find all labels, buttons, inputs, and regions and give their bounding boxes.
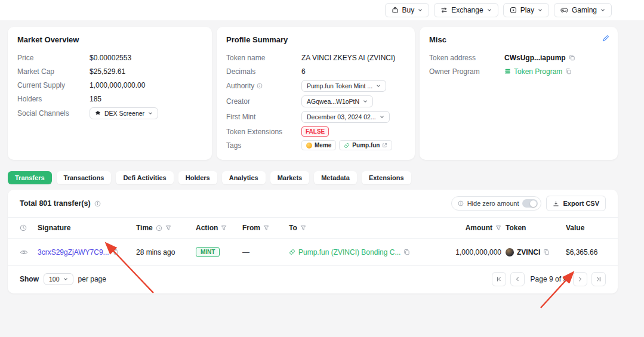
first-mint-dropdown[interactable]: December 03, 2024 02... (301, 111, 390, 123)
to-cell: Pump.fun (ZVINCI) Bonding C... (289, 248, 439, 256)
gaming-icon (560, 7, 568, 14)
exchange-menu-button[interactable]: Exchange (434, 3, 498, 17)
misc-card: Misc Token address CWsUgp...iapump Owner… (420, 27, 618, 160)
tab-markets[interactable]: Markets (270, 171, 310, 184)
first-mint-label: First Mint (226, 113, 301, 121)
current-supply-value: 1,000,000,000.00 (90, 81, 145, 89)
tab-extensions[interactable]: Extensions (362, 171, 411, 184)
token-extensions-label: Token Extensions (226, 128, 301, 136)
next-page-button[interactable] (573, 272, 587, 286)
clock-icon[interactable] (156, 225, 162, 231)
export-csv-button[interactable]: Export CSV (546, 196, 606, 211)
eye-icon[interactable] (20, 249, 28, 255)
play-menu-button[interactable]: Play (503, 3, 549, 17)
decimals-row: Decimals 6 (226, 66, 405, 76)
current-supply-row: Current Supply 1,000,000,000.00 (17, 80, 202, 90)
transfers-header-actions: Hide zero amount Export CSV (451, 196, 606, 211)
filter-icon[interactable] (165, 225, 171, 231)
prev-page-button[interactable] (510, 272, 525, 286)
dex-screener-icon (95, 110, 101, 116)
to-account-link[interactable]: Pump.fun (ZVINCI) Bonding C... (289, 248, 400, 256)
copy-owner-program-button[interactable] (565, 68, 572, 75)
copy-token-address-button[interactable] (569, 54, 575, 61)
token-explorer-page: Buy Exchange Play Gaming Market Overview… (0, 0, 644, 293)
table-row: 3crxS29gZjAWY7C9... 28 mins ago MINT — P… (8, 238, 618, 266)
last-page-button[interactable] (591, 272, 606, 286)
buy-menu-label: Buy (402, 6, 415, 14)
token-cell: ZVINCI (501, 248, 566, 256)
value-cell: $6,365.66 (566, 248, 606, 256)
filter-icon[interactable] (221, 225, 227, 231)
authority-label-text: Authority (226, 82, 254, 90)
misc-title: Misc (429, 35, 608, 44)
tag-pumpfun-label: Pump.fun (352, 142, 380, 149)
page-size-value: 100 (49, 276, 60, 283)
info-icon[interactable] (257, 83, 263, 89)
tab-transactions[interactable]: Transactions (57, 171, 112, 184)
copy-token-button[interactable] (543, 249, 550, 255)
token-program-icon (504, 68, 511, 75)
filter-icon[interactable] (263, 225, 269, 231)
page-info: Page 9 of 9 (531, 275, 567, 283)
section-tabs: Transfers Transactions Defi Activities H… (8, 171, 636, 184)
profile-summary-card: Profile Summary Token name ZA VINCI ZKEY… (217, 27, 415, 160)
holders-row: Holders 185 (17, 94, 202, 104)
page-size-dropdown[interactable]: 100 (44, 273, 73, 285)
tab-holders[interactable]: Holders (178, 171, 217, 184)
dex-screener-label: DEX Screener (104, 110, 144, 117)
filter-icon[interactable] (300, 225, 306, 231)
tag-pumpfun[interactable]: Pump.fun (339, 140, 392, 150)
dex-screener-dropdown[interactable]: DEX Screener (90, 107, 158, 119)
social-channels-label: Social Channels (17, 109, 90, 118)
tag-meme[interactable]: Meme (301, 140, 336, 150)
column-amount: Amount (439, 224, 501, 232)
hide-zero-amount-toggle[interactable] (522, 199, 538, 208)
chevron-down-icon (380, 115, 384, 119)
token-link[interactable]: ZVINCI (517, 248, 540, 256)
toggle-knob (530, 200, 537, 207)
tab-analytics[interactable]: Analytics (222, 171, 266, 184)
first-mint-row: First Mint December 03, 2024 02... (226, 111, 405, 123)
owner-program-link[interactable]: Token Program (504, 67, 562, 76)
column-token: Token (501, 224, 566, 232)
column-amount-label: Amount (466, 224, 492, 232)
tab-transfers[interactable]: Transfers (8, 171, 52, 184)
creator-dropdown[interactable]: AGqwea...W1oPtN (301, 95, 373, 107)
buy-menu-button[interactable]: Buy (385, 3, 430, 17)
gaming-menu-button[interactable]: Gaming (554, 3, 612, 17)
signature-cell: 3crxS29gZjAWY7C9... (38, 248, 136, 256)
info-icon (458, 200, 464, 206)
market-cap-label: Market Cap (17, 67, 90, 76)
chevron-down-icon (148, 111, 153, 116)
owner-program-row: Owner Program Token Program (429, 66, 608, 76)
info-icon[interactable] (94, 200, 101, 207)
gaming-menu-label: Gaming (572, 6, 597, 14)
page-size-control: Show 100 per page (20, 273, 106, 285)
transfers-total-text: Total 801 transfer(s) (20, 199, 91, 208)
time-format-clock-icon[interactable] (20, 224, 27, 231)
first-page-button[interactable] (492, 272, 506, 286)
first-page-icon (496, 276, 502, 282)
copy-signature-button[interactable] (112, 249, 119, 255)
hide-zero-amount-control: Hide zero amount (451, 196, 542, 211)
tab-metadata[interactable]: Metadata (314, 171, 357, 184)
signature-link[interactable]: 3crxS29gZjAWY7C9... (38, 248, 109, 256)
column-signature: Signature (38, 224, 136, 232)
action-cell: MINT (196, 247, 242, 257)
download-icon (553, 200, 559, 207)
price-value: $0.00002553 (90, 54, 131, 62)
transfers-total: Total 801 transfer(s) (20, 199, 101, 208)
pumpfun-capsule-icon (289, 249, 295, 255)
market-overview-card: Market Overview Price $0.00002553 Market… (8, 27, 212, 160)
from-cell: — (242, 248, 289, 256)
column-from-label: From (242, 224, 260, 232)
filter-icon[interactable] (495, 225, 501, 231)
tab-defi-activities[interactable]: Defi Activities (116, 171, 173, 184)
chevron-down-icon (63, 277, 68, 282)
copy-to-address-button[interactable] (403, 249, 410, 255)
edit-button[interactable] (602, 35, 609, 44)
pagination: Page 9 of 9 (492, 272, 606, 286)
hide-zero-amount-label: Hide zero amount (467, 200, 519, 207)
authority-dropdown[interactable]: Pump.fun Token Mint ... (301, 80, 386, 92)
amount-cell: 1,000,000,000 (439, 248, 501, 256)
